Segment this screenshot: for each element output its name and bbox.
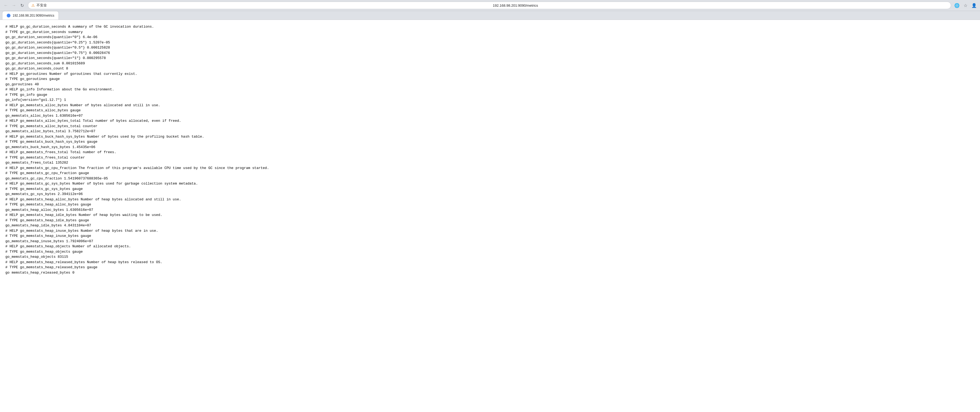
- tab-title: 192.168.98.201:9090/metrics: [13, 14, 54, 17]
- active-tab[interactable]: 192.168.98.201:9090/metrics: [2, 11, 59, 19]
- tab-favicon: [7, 14, 10, 17]
- security-label: 不安全: [37, 3, 492, 8]
- tab-bar: 192.168.98.201:9090/metrics: [0, 11, 980, 20]
- metrics-output: # HELP go_gc_duration_seconds A summary …: [5, 24, 975, 275]
- address-bar[interactable]: ⚠ 不安全 192.168.98.201:9090/metrics: [28, 2, 951, 9]
- browser-actions: 🌐 ☆ 👤: [953, 2, 978, 9]
- url-text: 192.168.98.201:9090/metrics: [493, 3, 948, 8]
- security-icon: ⚠: [31, 3, 35, 8]
- back-button[interactable]: ←: [2, 2, 10, 9]
- reload-button[interactable]: ↻: [18, 2, 26, 9]
- nav-buttons: ← → ↻: [2, 2, 26, 9]
- browser-chrome: ← → ↻ ⚠ 不安全 192.168.98.201:9090/metrics …: [0, 0, 980, 11]
- translate-button[interactable]: 🌐: [953, 2, 961, 9]
- page-content: # HELP go_gc_duration_seconds A summary …: [0, 20, 980, 412]
- forward-button[interactable]: →: [10, 2, 18, 9]
- bookmark-button[interactable]: ☆: [962, 2, 969, 9]
- profile-button[interactable]: 👤: [970, 2, 978, 9]
